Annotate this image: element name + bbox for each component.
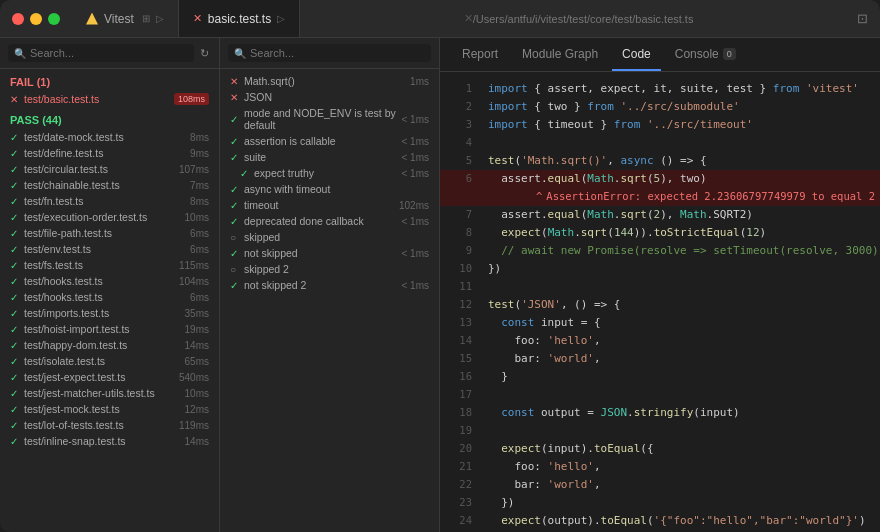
line-content: foo: 'hello', xyxy=(488,332,864,350)
line-num: 1 xyxy=(440,80,472,97)
test-duration: 14ms xyxy=(185,340,209,351)
line-num: 5 xyxy=(440,152,472,169)
code-line-24: 24 expect(output).toEqual('{"foo":"hello… xyxy=(440,512,880,530)
refresh-icon[interactable]: ↻ xyxy=(198,45,211,62)
close-button[interactable] xyxy=(12,13,24,25)
code-line-8: 8 expect(Math.sqrt(144)).toStrictEqual(1… xyxy=(440,224,880,242)
tab-console-label: Console xyxy=(675,47,719,61)
code-line-9: 9 // await new Promise(resolve => setTim… xyxy=(440,242,880,260)
line-content: test('Math.sqrt()', async () => { xyxy=(488,152,864,170)
file-path: ✕ /Users/antfu/i/vitest/test/core/test/b… xyxy=(300,12,857,25)
external-link-icon[interactable]: ⊡ xyxy=(857,11,868,26)
code-line-3: 3 import { timeout } from '../src/timeou… xyxy=(440,116,880,134)
list-item[interactable]: ✕ test/basic.test.ts 108ms xyxy=(0,91,219,107)
line-content: import { assert, expect, it, suite, test… xyxy=(488,80,864,98)
vitest-play-icon[interactable]: ▷ xyxy=(156,13,164,24)
pass-indicator: ✓ xyxy=(10,164,20,175)
main-content: 🔍 ↻ FAIL (1) ✕ test/basic.test.ts 108ms … xyxy=(0,38,880,532)
tab-play-icon[interactable]: ▷ xyxy=(277,13,285,24)
test-name: test/date-mock.test.ts xyxy=(24,131,184,143)
left-search-input[interactable] xyxy=(30,47,188,59)
line-content: foo: 'hello', xyxy=(488,458,864,476)
suite-duration: < 1ms xyxy=(401,168,429,179)
minimize-button[interactable] xyxy=(30,13,42,25)
list-item[interactable]: ✓ test/jest-expect.test.ts 540ms xyxy=(0,369,219,385)
suite-item[interactable]: ✕ JSON xyxy=(220,89,439,105)
list-item[interactable]: ✓ test/lot-of-tests.test.ts 119ms xyxy=(0,417,219,433)
list-item[interactable]: ✓ test/chainable.test.ts 7ms xyxy=(0,177,219,193)
suite-item[interactable]: ✓ deprecated done callback < 1ms xyxy=(220,213,439,229)
suite-item[interactable]: ✓ timeout 102ms xyxy=(220,197,439,213)
suite-item[interactable]: ✓ not skipped < 1ms xyxy=(220,245,439,261)
suite-name: skipped 2 xyxy=(244,263,425,275)
list-item[interactable]: ✓ test/file-path.test.ts 6ms xyxy=(0,225,219,241)
middle-search-input[interactable] xyxy=(250,47,425,59)
traffic-lights xyxy=(12,13,60,25)
suite-item[interactable]: ✓ assertion is callable < 1ms xyxy=(220,133,439,149)
test-duration: 107ms xyxy=(179,164,209,175)
tab-code[interactable]: Code xyxy=(612,38,661,71)
test-duration: 6ms xyxy=(190,292,209,303)
list-item[interactable]: ✓ test/circular.test.ts 107ms xyxy=(0,161,219,177)
list-item[interactable]: ✓ test/jest-matcher-utils.test.ts 10ms xyxy=(0,385,219,401)
suite-item[interactable]: ✕ Math.sqrt() 1ms xyxy=(220,73,439,89)
code-line-7: 7 assert.equal(Math.sqrt(2), Math.SQRT2) xyxy=(440,206,880,224)
pass-indicator: ✓ xyxy=(10,196,20,207)
suite-name: expect truthy xyxy=(254,167,397,179)
pass-indicator: ✓ xyxy=(10,180,20,191)
code-line-23: 23 }) xyxy=(440,494,880,512)
line-num: 15 xyxy=(440,350,472,367)
list-item[interactable]: ✓ test/hooks.test.ts 6ms xyxy=(0,289,219,305)
suite-name: JSON xyxy=(244,91,425,103)
left-search-box[interactable]: 🔍 xyxy=(8,44,194,62)
suite-item[interactable]: ✓ not skipped 2 < 1ms xyxy=(220,277,439,293)
tab-vitest-label: Vitest xyxy=(104,12,134,26)
suite-item[interactable]: ○ skipped xyxy=(220,229,439,245)
suite-duration: 102ms xyxy=(399,200,429,211)
suite-name: not skipped 2 xyxy=(244,279,397,291)
suite-item[interactable]: ✓ async with timeout xyxy=(220,181,439,197)
line-num: 13 xyxy=(440,314,472,331)
suite-item[interactable]: ✓ mode and NODE_ENV is test by default <… xyxy=(220,105,439,133)
fail-badge: 108ms xyxy=(174,93,209,105)
list-item[interactable]: ✓ test/define.test.ts 9ms xyxy=(0,145,219,161)
tab-console[interactable]: Console 0 xyxy=(665,38,746,71)
list-item[interactable]: ✓ test/inline-snap.test.ts 14ms xyxy=(0,433,219,449)
list-item[interactable]: ✓ test/hooks.test.ts 104ms xyxy=(0,273,219,289)
code-line-6: 6 assert.equal(Math.sqrt(5), two) xyxy=(440,170,880,188)
list-item[interactable]: ✓ test/fs.test.ts 115ms xyxy=(0,257,219,273)
suite-item[interactable]: ✓ expect truthy < 1ms xyxy=(220,165,439,181)
test-duration: 10ms xyxy=(185,388,209,399)
middle-search-box[interactable]: 🔍 xyxy=(228,44,431,62)
test-name: test/env.test.ts xyxy=(24,243,184,255)
suite-duration: < 1ms xyxy=(401,152,429,163)
left-panel: 🔍 ↻ FAIL (1) ✕ test/basic.test.ts 108ms … xyxy=(0,38,220,532)
code-line-15: 15 bar: 'world', xyxy=(440,350,880,368)
line-num: 2 xyxy=(440,98,472,115)
list-item[interactable]: ✓ test/hoist-import.test.ts 19ms xyxy=(0,321,219,337)
suite-item[interactable]: ○ skipped 2 xyxy=(220,261,439,277)
list-item[interactable]: ✓ test/isolate.test.ts 65ms xyxy=(0,353,219,369)
test-duration: 104ms xyxy=(179,276,209,287)
suite-item[interactable]: ✓ suite < 1ms xyxy=(220,149,439,165)
pass-indicator: ✓ xyxy=(10,132,20,143)
list-item[interactable]: ✓ test/imports.test.ts 35ms xyxy=(0,305,219,321)
list-item[interactable]: ✓ test/date-mock.test.ts 8ms xyxy=(0,129,219,145)
tab-module-graph[interactable]: Module Graph xyxy=(512,38,608,71)
list-item[interactable]: ✓ test/fn.test.ts 8ms xyxy=(0,193,219,209)
line-content: assert.equal(Math.sqrt(2), Math.SQRT2) xyxy=(488,206,864,224)
test-duration: 19ms xyxy=(185,324,209,335)
list-item[interactable]: ✓ test/jest-mock.test.ts 12ms xyxy=(0,401,219,417)
tab-report[interactable]: Report xyxy=(452,38,508,71)
suite-name: skipped xyxy=(244,231,425,243)
tab-basic-test[interactable]: ✕ basic.test.ts ▷ xyxy=(179,0,300,37)
tab-report-label: Report xyxy=(462,47,498,61)
tab-vitest[interactable]: Vitest ⊞ ▷ xyxy=(72,0,179,37)
pass-indicator: ✓ xyxy=(230,152,240,163)
maximize-button[interactable] xyxy=(48,13,60,25)
tab-close-icon[interactable]: ✕ xyxy=(193,12,202,25)
list-item[interactable]: ✓ test/happy-dom.test.ts 14ms xyxy=(0,337,219,353)
list-item[interactable]: ✓ test/env.test.ts 6ms xyxy=(0,241,219,257)
list-item[interactable]: ✓ test/execution-order.test.ts 10ms xyxy=(0,209,219,225)
test-name: test/isolate.test.ts xyxy=(24,355,179,367)
